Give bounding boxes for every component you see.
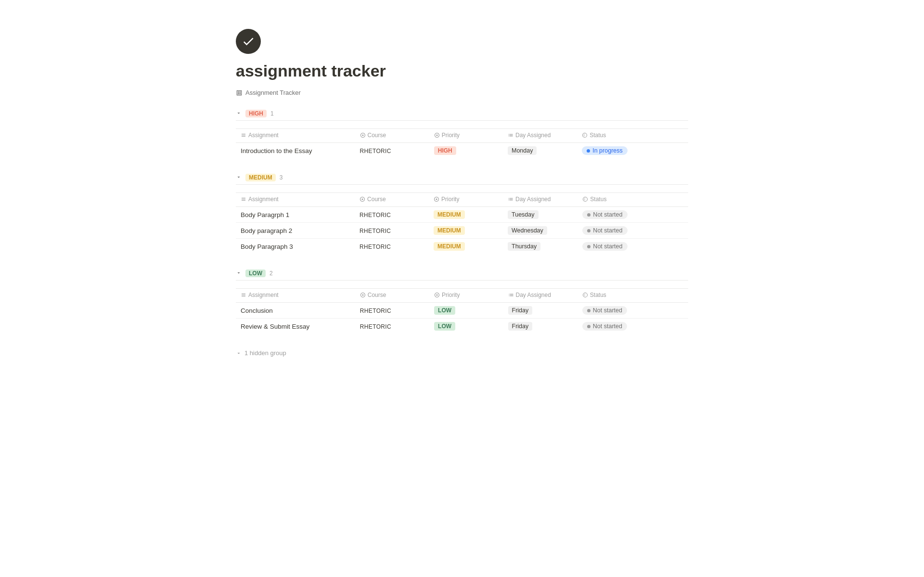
status-badge: In progress <box>582 146 628 155</box>
group-section-low: LOW 2 Assignment Course Priority Day Ass… <box>236 269 688 334</box>
course-text: RHETORIC <box>359 228 391 234</box>
table-medium: Assignment Course Priority Day Assigned … <box>236 192 688 254</box>
status-cell: Not started <box>578 223 652 239</box>
col-header-day-assigned: Day Assigned <box>503 129 577 143</box>
group-header-low[interactable]: LOW 2 <box>236 269 688 277</box>
status-dot <box>587 309 590 312</box>
col-header-course: Course <box>355 129 429 143</box>
group-divider-low <box>236 280 688 281</box>
priority-cell: MEDIUM <box>429 207 503 223</box>
table-row: Body Paragraph 3RHETORICMEDIUMThursdayNo… <box>236 239 688 255</box>
col-header-priority: Priority <box>429 129 503 143</box>
status-cell: Not started <box>578 207 652 223</box>
chevron-down-icon <box>236 350 242 356</box>
course-text: RHETORIC <box>360 148 391 154</box>
extra-cell <box>652 303 688 319</box>
circle-icon: Priority <box>434 196 459 203</box>
page-title: assignment tracker <box>236 62 688 80</box>
status-badge: Not started <box>582 242 627 251</box>
day-cell: Tuesday <box>503 207 578 223</box>
group-divider-medium <box>236 184 688 185</box>
priority-badge: LOW <box>434 322 455 331</box>
assignment-cell: Body Paragraph 3 <box>236 239 355 255</box>
status-badge: Not started <box>582 322 627 331</box>
course-cell: RHETORIC <box>355 239 429 255</box>
col-header-course: Course <box>355 289 429 303</box>
course-text: RHETORIC <box>359 244 391 250</box>
table-low: Assignment Course Priority Day Assigned … <box>236 288 688 334</box>
course-text: RHETORIC <box>359 212 391 218</box>
table-row: Introduction to the EssayRHETORICHIGHMon… <box>236 143 688 159</box>
priority-badge: MEDIUM <box>434 226 465 235</box>
course-text: RHETORIC <box>360 308 391 314</box>
circle-icon: Priority <box>434 132 460 139</box>
priority-cell: LOW <box>429 319 503 334</box>
text-icon: Assignment <box>241 132 279 139</box>
priority-cell: HIGH <box>429 143 503 159</box>
day-badge: Wednesday <box>508 226 547 235</box>
priority-badge: HIGH <box>434 146 456 155</box>
list-icon: Day Assigned <box>508 292 551 298</box>
course-text: RHETORIC <box>360 323 391 330</box>
priority-cell: MEDIUM <box>429 223 503 239</box>
status-cell: Not started <box>578 239 652 255</box>
circle-icon: Course <box>360 292 386 298</box>
course-cell: RHETORIC <box>355 143 429 159</box>
checkmark-icon <box>242 35 255 48</box>
col-header-extra <box>652 129 688 143</box>
circle-icon: Course <box>359 196 386 203</box>
groups-container: HIGH 1 Assignment Course Priority Day As… <box>236 110 688 334</box>
svg-point-2 <box>362 199 363 200</box>
day-cell: Monday <box>503 143 577 159</box>
col-header-status: Status <box>578 289 652 303</box>
priority-cell: LOW <box>429 303 503 319</box>
table-row: Body paragraph 2RHETORICMEDIUMWednesdayN… <box>236 223 688 239</box>
day-cell: Thursday <box>503 239 578 255</box>
svg-point-5 <box>436 295 438 296</box>
col-header-assignment: Assignment <box>236 193 355 207</box>
extra-cell <box>652 223 688 239</box>
status-badge: Not started <box>582 210 627 219</box>
day-badge: Monday <box>508 146 537 155</box>
group-header-high[interactable]: HIGH 1 <box>236 110 688 117</box>
group-toggle-medium[interactable] <box>236 174 242 181</box>
status-badge: Not started <box>582 226 627 235</box>
col-header-extra <box>652 193 688 207</box>
page-icon <box>236 29 261 54</box>
course-cell: RHETORIC <box>355 303 429 319</box>
group-badge-medium: MEDIUM <box>245 174 276 181</box>
spinner-icon: Status <box>582 132 606 139</box>
page-container: assignment tracker Assignment Tracker HI… <box>197 0 727 385</box>
spinner-icon: Status <box>582 292 606 298</box>
group-toggle-high[interactable] <box>236 110 242 117</box>
assignment-cell: Introduction to the Essay <box>236 143 355 159</box>
assignment-cell: Conclusion <box>236 303 355 319</box>
list-icon: Day Assigned <box>508 132 551 139</box>
circle-icon: Priority <box>434 292 460 298</box>
col-header-priority: Priority <box>429 193 503 207</box>
day-badge: Thursday <box>508 242 540 251</box>
assignment-cell: Body paragraph 2 <box>236 223 355 239</box>
extra-cell <box>652 239 688 255</box>
table-row: ConclusionRHETORICLOWFridayNot started <box>236 303 688 319</box>
circle-icon: Course <box>360 132 386 139</box>
extra-cell <box>652 207 688 223</box>
status-badge: Not started <box>582 306 627 315</box>
course-cell: RHETORIC <box>355 223 429 239</box>
status-cell: Not started <box>578 303 652 319</box>
extra-cell <box>652 319 688 334</box>
day-cell: Wednesday <box>503 223 578 239</box>
status-cell: In progress <box>577 143 652 159</box>
hidden-group[interactable]: 1 hidden group <box>236 349 688 357</box>
course-cell: RHETORIC <box>355 319 429 334</box>
day-badge: Tuesday <box>508 210 538 219</box>
group-badge-low: LOW <box>245 269 266 277</box>
status-dot <box>587 229 590 232</box>
group-count-high: 1 <box>270 110 274 117</box>
day-badge: Friday <box>508 322 533 331</box>
col-header-assignment: Assignment <box>236 289 355 303</box>
col-header-course: Course <box>355 193 429 207</box>
priority-cell: MEDIUM <box>429 239 503 255</box>
group-header-medium[interactable]: MEDIUM 3 <box>236 174 688 181</box>
group-toggle-low[interactable] <box>236 269 242 277</box>
